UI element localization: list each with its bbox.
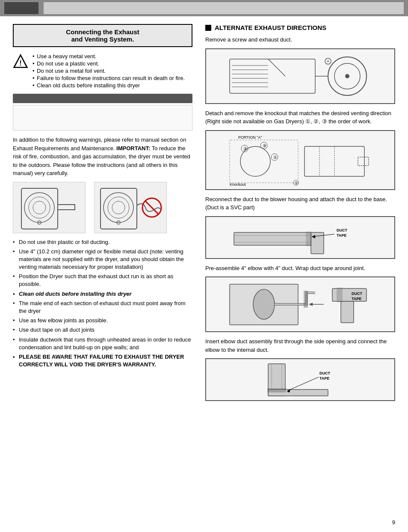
warning-item-3: Do not use a metal foil vent. <box>33 68 185 74</box>
svg-point-4 <box>29 197 50 218</box>
bullet-item-5: The male end of each section of exhaust … <box>13 300 192 315</box>
caption-1: Remove a screw and exhaust duct. <box>205 36 395 44</box>
svg-point-5 <box>33 201 46 214</box>
diagram-5-svg: DUCT TAPE <box>225 362 375 398</box>
svg-line-14 <box>145 201 158 214</box>
important-label: IMPORTANT: <box>116 145 150 152</box>
section-icon <box>205 25 211 31</box>
caption-2: Detach and remove the knockout that matc… <box>205 109 395 126</box>
section-title: Connecting the Exhaust and Venting Syste… <box>13 24 192 47</box>
alt-exhaust-title: ALTERNATE EXHAUST DIRECTIONS <box>205 24 395 31</box>
caption-3: Reconnect the duct to the blower housing… <box>205 195 395 212</box>
svg-text:DUCT: DUCT <box>319 371 330 375</box>
svg-text:TAPE: TAPE <box>337 233 346 238</box>
right-column: ALTERNATE EXHAUST DIRECTIONS Remove a sc… <box>205 24 395 406</box>
bullet-item-4: Clean old ducts before installing this d… <box>13 290 192 298</box>
svg-rect-6 <box>58 205 75 210</box>
dryer-bad-diagram <box>94 182 167 233</box>
diagram-4-svg: DUCT TAPE <box>225 280 375 329</box>
diagram-2: PORTION "A" ② ③ ① Knocko <box>205 130 395 190</box>
svg-rect-57 <box>304 291 308 308</box>
dryer-images <box>13 182 192 233</box>
section-title-line1: Connecting the Exhaust <box>66 28 139 36</box>
svg-rect-42 <box>358 157 369 166</box>
bullet-item-7: Use duct tape on all duct joints <box>13 326 192 334</box>
diagram-1 <box>205 48 395 104</box>
alt-exhaust-label: ALTERNATE EXHAUST DIRECTIONS <box>215 24 326 31</box>
bullet-item-2: Use 4" (10.2 cm) diameter rigid or flexi… <box>13 248 192 271</box>
bullet-item-9: PLEASE BE AWARE THAT FAILURE TO EXHAUST … <box>13 353 192 369</box>
svg-point-11 <box>112 201 125 214</box>
svg-text:!: ! <box>19 59 21 67</box>
main-paragraph: In addition to the following warnings, p… <box>13 136 192 178</box>
svg-point-10 <box>108 197 129 218</box>
left-column: Connecting the Exhaust and Venting Syste… <box>13 24 192 406</box>
svg-rect-46 <box>234 232 311 245</box>
bullet-item-6: Use as few elbow joints as possible. <box>13 317 192 324</box>
svg-rect-71 <box>267 388 286 392</box>
warning-item-5: Clean old ducts before installing this d… <box>33 82 185 89</box>
header-light-box <box>44 2 404 14</box>
svg-text:③: ③ <box>263 143 266 148</box>
svg-line-72 <box>287 377 319 391</box>
caption-5: Insert elbow duct assembly first through… <box>205 337 395 354</box>
warning-item-2: Do not use a plastic vent. <box>33 60 185 67</box>
warning-block: ! Use a heavy metal vent. Do not use a p… <box>13 53 192 89</box>
svg-marker-59 <box>309 303 313 306</box>
svg-text:①: ① <box>273 155 277 160</box>
main-content: Connecting the Exhaust and Venting Syste… <box>0 16 408 415</box>
warning-item-4: Failure to follow these instructions can… <box>33 75 185 81</box>
svg-text:TAPE: TAPE <box>352 297 361 301</box>
diagram-5: DUCT TAPE <box>205 358 395 401</box>
diagram-2-svg: PORTION "A" ② ③ ① Knocko <box>225 134 375 187</box>
dryer-good-diagram <box>13 182 86 233</box>
svg-text:①: ① <box>295 181 298 185</box>
svg-point-56 <box>253 289 275 319</box>
svg-rect-2 <box>21 188 58 229</box>
bullet-item-1: Do not use thin plastic or foil ducting. <box>13 238 192 246</box>
diagram-1-svg <box>225 53 375 100</box>
header-bar <box>0 0 408 16</box>
warning-icon: ! <box>13 54 28 69</box>
svg-rect-50 <box>306 232 312 246</box>
svg-text:DUCT: DUCT <box>337 228 347 232</box>
svg-text:DUCT: DUCT <box>352 291 362 296</box>
diagram-4: DUCT TAPE <box>205 276 395 332</box>
svg-rect-15 <box>230 59 315 93</box>
diagram-3-svg: DUCT TAPE <box>225 220 375 256</box>
bullet-item-3: Position the Dryer such that the exhaust… <box>13 273 192 288</box>
page-number: 9 <box>392 519 395 526</box>
note-content <box>13 105 192 131</box>
header-dark-box <box>4 2 38 14</box>
dryer-good-svg <box>17 184 81 231</box>
svg-rect-61 <box>341 301 354 323</box>
svg-text:②: ② <box>243 146 247 151</box>
warning-item-1: Use a heavy metal vent. <box>33 53 185 59</box>
svg-line-22 <box>268 59 285 76</box>
bullet-item-8: Insulate ductwork that runs through unhe… <box>13 336 192 351</box>
section-title-line2: and Venting System. <box>71 36 134 43</box>
svg-point-25 <box>345 74 349 78</box>
bullet-list: Do not use thin plastic or foil ducting.… <box>13 238 192 369</box>
caption-4: Pre-assemble 4" elbow with 4" duct. Wrap… <box>205 264 395 273</box>
warning-list: Use a heavy metal vent. Do not use a pla… <box>33 53 185 89</box>
svg-text:PORTION "A": PORTION "A" <box>238 135 262 140</box>
svg-rect-8 <box>101 188 137 229</box>
diagram-3: DUCT TAPE <box>205 216 395 259</box>
svg-rect-64 <box>337 288 343 302</box>
dryer-bad-svg <box>96 184 165 231</box>
svg-text:Knockout: Knockout <box>230 182 246 187</box>
note-tab <box>13 94 192 103</box>
svg-text:TAPE: TAPE <box>319 376 329 380</box>
